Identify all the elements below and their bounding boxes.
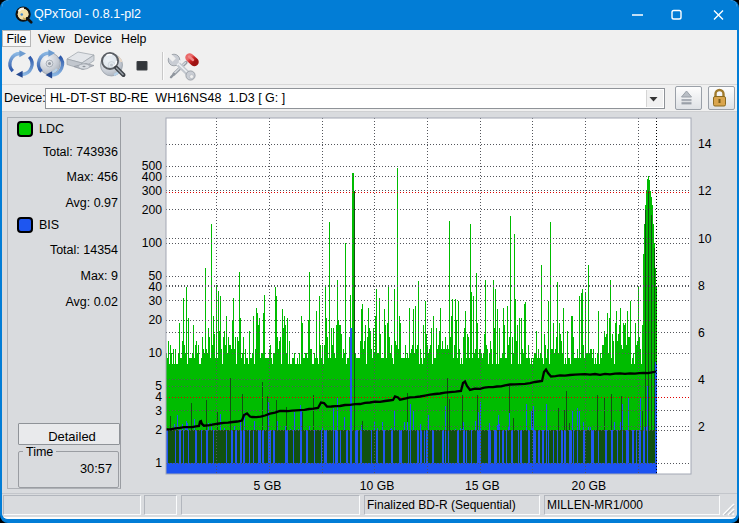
svg-text:14: 14	[698, 137, 712, 151]
svg-text:10: 10	[698, 232, 712, 246]
svg-text:2: 2	[155, 423, 162, 437]
svg-text:10: 10	[148, 346, 162, 360]
svg-text:8: 8	[698, 279, 705, 293]
svg-text:6: 6	[698, 326, 705, 340]
svg-text:4: 4	[698, 373, 705, 387]
svg-text:20 GB: 20 GB	[572, 479, 607, 493]
svg-text:4: 4	[155, 390, 162, 404]
svg-text:2: 2	[698, 420, 705, 434]
svg-text:1: 1	[155, 456, 162, 470]
svg-text:30: 30	[148, 294, 162, 308]
svg-text:12: 12	[698, 184, 712, 198]
svg-text:20: 20	[148, 313, 162, 327]
svg-text:100: 100	[142, 236, 163, 250]
svg-text:3: 3	[155, 404, 162, 418]
svg-text:200: 200	[142, 203, 163, 217]
svg-text:40: 40	[148, 280, 162, 294]
svg-text:15 GB: 15 GB	[465, 479, 500, 493]
svg-text:5 GB: 5 GB	[254, 479, 282, 493]
svg-text:400: 400	[142, 170, 163, 184]
svg-text:300: 300	[142, 184, 163, 198]
svg-text:10 GB: 10 GB	[360, 479, 395, 493]
